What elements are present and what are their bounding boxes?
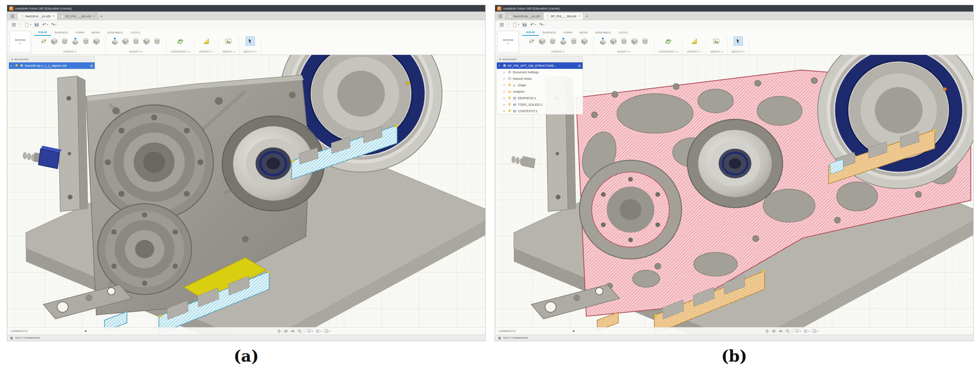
visibility-bulb-icon[interactable] [15,64,18,67]
visibility-bulb-icon[interactable] [508,103,511,107]
look-at-icon[interactable] [290,329,295,333]
measure-button[interactable] [689,37,698,46]
create-cylinder-button[interactable] [60,37,69,46]
visibility-bulb-icon[interactable] [508,83,511,87]
shell-button[interactable] [131,37,140,46]
save-button[interactable] [33,21,40,28]
press-pull-button[interactable] [110,37,119,46]
ribbon-tab-surface[interactable]: SURFACE [539,29,560,36]
expand-arrow-icon[interactable]: ▸ [504,71,506,74]
expand-arrow-icon[interactable]: ▸ [504,90,506,93]
file-menu-button[interactable]: ▾ [511,21,520,28]
document-tab-inactive[interactable]: DF_PHI_..._5M v24 × [57,12,98,20]
data-panel-grid-icon[interactable] [8,12,16,20]
insert-group-label[interactable]: INSERT▾ [711,50,723,53]
close-tab-icon[interactable]: × [93,14,95,18]
ribbon-tab-mesh[interactable]: MESH [576,29,592,36]
comments-panel[interactable]: COMMENTS [495,329,515,332]
create-group-label[interactable]: CREATE▾ [64,50,76,53]
text-commands-bar[interactable]: TEXT COMMANDS [495,335,973,341]
offset-face-button[interactable] [640,37,649,46]
close-tab-icon[interactable]: × [579,14,581,18]
modify-group-label[interactable]: MODIFY▾ [617,50,630,53]
insert-canvas-button[interactable] [224,37,233,46]
display-settings-menu[interactable]: ▾ [795,329,801,333]
display-settings-menu[interactable]: ▾ [307,329,313,333]
modify-group-label[interactable]: MODIFY▾ [129,50,142,53]
fillet-button[interactable] [121,37,130,46]
browser-item-named-views[interactable]: ▸ Named Views [497,75,583,82]
construct-plane-button[interactable] [176,37,185,46]
create-extrude-button[interactable] [70,37,80,46]
shell-button[interactable] [619,37,628,46]
pan-icon[interactable] [277,329,281,333]
create-sketch-button[interactable] [527,37,536,46]
select-group-label[interactable]: SELECT▾ [243,50,256,53]
construct-plane-button[interactable] [664,37,673,46]
zoom-icon[interactable] [297,329,302,333]
new-tab-button[interactable]: + [98,12,105,20]
close-tab-icon[interactable]: × [52,14,54,18]
select-tool-button[interactable] [733,37,743,46]
create-box-button[interactable] [538,37,547,46]
file-menu-button[interactable]: ▾ [23,21,32,28]
create-cylinder-button[interactable] [548,37,557,46]
orbit-icon[interactable] [283,329,288,333]
viewports-menu[interactable]: ▾ [324,329,330,333]
insert-canvas-button[interactable] [712,37,721,46]
grid-settings-menu[interactable]: ▾ [315,329,322,333]
viewport-b[interactable]: ◀ BROWSER ▾ DF_PRI_OPT_GM_STRUCTURE... ◎… [495,55,973,335]
browser-header[interactable]: ◀ BROWSER [497,57,583,62]
undo-button[interactable]: ↶▾ [529,22,537,28]
create-extrude-button[interactable] [558,37,568,46]
grid-settings-menu[interactable]: ▾ [803,329,810,333]
data-panel-grid-icon[interactable] [496,12,504,20]
create-revolve-button[interactable] [81,37,90,46]
workspace-selector[interactable]: DESIGN ▾ [497,31,519,53]
expand-arrow-icon[interactable]: ▸ [504,103,506,106]
inspect-group-label[interactable]: INSPECT▾ [687,50,701,53]
orbit-icon[interactable] [772,329,776,333]
construct-group-label[interactable]: CONSTRUCT▾ [659,50,678,53]
look-at-icon[interactable] [778,329,783,333]
browser-root-item[interactable]: ▸ frw4100-da-1_1_1_3dprint v25 ◎ [9,62,95,69]
create-box-button[interactable] [49,37,59,46]
ribbon-tab-form[interactable]: FORM [72,29,88,36]
text-commands-bar[interactable]: TEXT COMMANDS [7,335,485,341]
expand-arrow-icon[interactable]: ▸ [504,110,506,113]
create-sweep-button[interactable] [580,37,589,46]
expand-arrow-icon[interactable]: ▸ [504,77,506,80]
browser-item-todo-solido[interactable]: ▸ TODO_SOLIDO:1 [497,101,583,108]
select-group-label[interactable]: SELECT▾ [732,50,745,53]
expand-arrow-icon[interactable]: ▾ [498,64,501,67]
insert-group-label[interactable]: INSERT▾ [223,50,235,53]
construct-group-label[interactable]: CONSTRUCT▾ [171,50,190,53]
create-sketch-button[interactable] [39,37,48,46]
browser-root-item[interactable]: ▾ DF_PRI_OPT_GM_STRUCTURE... ◎ [497,62,583,69]
visibility-bulb-icon[interactable] [508,109,511,113]
undo-button[interactable]: ↶▾ [41,22,49,28]
redo-button[interactable]: ↷▾ [50,22,57,28]
pan-icon[interactable] [765,329,769,333]
show-data-panel-button[interactable] [498,21,505,28]
redo-button[interactable]: ↷▾ [538,22,545,28]
ribbon-tab-mesh[interactable]: MESH [88,29,103,36]
ribbon-tab-solid[interactable]: SOLID [522,29,539,36]
select-tool-button[interactable] [246,37,255,46]
offset-face-button[interactable] [152,37,162,46]
ribbon-tab-tools[interactable]: TOOLS [614,29,632,36]
show-data-panel-button[interactable] [10,21,18,28]
browser-item-origin[interactable]: ▸ Origin [497,82,583,88]
ribbon-tab-assemble[interactable]: ASSEMBLE [592,29,615,36]
ribbon-tab-solid[interactable]: SOLID [34,29,51,36]
ribbon-tab-assemble[interactable]: ASSEMBLE [103,29,127,36]
document-tab-inactive[interactable]: frw4100-da..._ini v25 [505,12,543,20]
viewport-a[interactable]: ◀ BROWSER ▸ frw4100-da-1_1_1_3dprint v25… [7,55,485,335]
ribbon-tab-form[interactable]: FORM [560,29,576,36]
combine-button[interactable] [630,37,639,46]
collapse-browser-icon[interactable]: ◀ [11,58,13,60]
ribbon-tab-tools[interactable]: TOOLS [126,29,143,36]
browser-item-contexto[interactable]: ▸ CONTEXTO:1 [497,108,583,114]
viewport-3d-scene[interactable] [7,55,485,335]
create-group-label[interactable]: CREATE▾ [551,50,564,53]
